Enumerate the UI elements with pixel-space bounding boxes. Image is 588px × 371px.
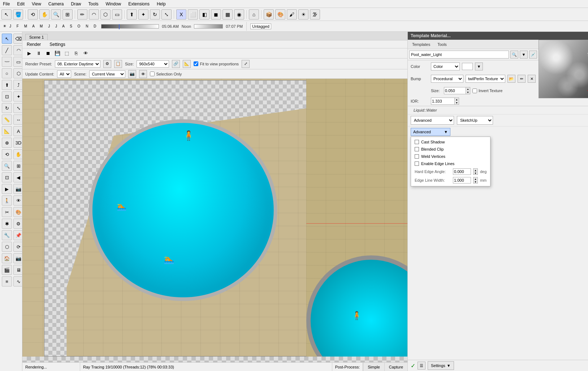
component-icon[interactable]: 📦 [264, 9, 274, 20]
freehand-tool[interactable]: 〰 [2, 57, 12, 67]
menu-window[interactable]: Window [104, 1, 123, 7]
blended-clip-row[interactable]: Blended Clip [411, 146, 490, 153]
pan-left[interactable]: ✋ [13, 149, 22, 159]
render-play-btn[interactable]: ▶ [25, 49, 33, 57]
update-select[interactable]: All [57, 70, 71, 78]
render-region-btn[interactable]: ⬚ [63, 49, 71, 57]
plugin-tool12[interactable]: ∿ [13, 276, 22, 286]
edge-line-down[interactable]: ▼ [474, 180, 477, 183]
menu-draw[interactable]: Draw [70, 1, 83, 7]
draw-line[interactable]: ✏ [77, 9, 87, 20]
offset-tool[interactable]: ⊡ [2, 91, 12, 102]
menu-file[interactable]: File [1, 1, 11, 7]
plugin-tool9[interactable]: 🎬 [2, 265, 12, 275]
bump-load-icon[interactable]: 📂 [507, 75, 515, 83]
simple-btn[interactable]: Simple [363, 363, 384, 371]
arc-tool-left[interactable]: ◠ [13, 45, 22, 55]
orbit-left[interactable]: ⟲ [2, 149, 12, 159]
zoom-ext[interactable]: ⊞ [62, 9, 73, 20]
hard-edge-input[interactable] [453, 168, 471, 175]
push-pull[interactable]: ⬆ [127, 9, 137, 20]
plugin-tool11[interactable]: ≡ [2, 276, 12, 286]
blended-clip-check[interactable] [415, 147, 419, 151]
size-up[interactable]: ▲ [466, 87, 470, 91]
next-view[interactable]: ▶ [2, 184, 12, 194]
noon-slider[interactable] [194, 24, 223, 29]
move-left[interactable]: ✦ [13, 91, 22, 102]
weld-vertices-check[interactable] [415, 154, 419, 159]
search-input[interactable] [409, 51, 509, 59]
plugin-tool5[interactable]: ⬡ [2, 242, 12, 252]
scene-select[interactable]: Current View [89, 70, 125, 78]
wireframe-view[interactable]: ⬜ [188, 9, 198, 20]
enable-edge-lines-check[interactable] [415, 161, 419, 166]
eraser-tool[interactable]: ⌫ [13, 34, 22, 44]
edge-line-up[interactable]: ▲ [474, 177, 477, 180]
plugin-tool1[interactable]: ✱ [2, 219, 12, 229]
circle-tool[interactable]: ○ [2, 68, 12, 78]
select-tool[interactable]: ↖ [1, 9, 12, 20]
tape-tool[interactable]: 📏 [2, 115, 12, 125]
preset-icon2[interactable]: 📋 [114, 60, 122, 68]
plugin-tool8[interactable]: 📷 [13, 253, 22, 263]
rect-tool-left[interactable]: ▭ [13, 57, 22, 67]
menu-help[interactable]: Help [155, 1, 167, 7]
settings-menu[interactable]: Settings [48, 41, 66, 48]
preset-icon1[interactable]: ⚙ [103, 60, 111, 68]
color-dropdown[interactable]: ▼ [475, 62, 483, 70]
fit-checkbox[interactable] [194, 61, 198, 66]
dimension-tool[interactable]: ↔ [13, 115, 22, 125]
cast-shadow-check[interactable] [415, 140, 419, 144]
draw-rect[interactable]: ▭ [112, 9, 122, 20]
size-icon1[interactable]: 🔗 [172, 60, 180, 68]
search-icon[interactable]: 🔍 [510, 51, 518, 59]
zoomwin-tool[interactable]: ⊞ [13, 161, 22, 171]
menu-view[interactable]: View [30, 1, 43, 7]
menu-camera[interactable]: Camera [47, 1, 65, 7]
edge-line-input[interactable] [453, 177, 471, 184]
mono-view[interactable]: ◉ [234, 9, 244, 20]
axes-tool[interactable]: ⊕ [2, 138, 12, 148]
orbit-tool[interactable]: ⟲ [28, 9, 38, 20]
plugin-tool3[interactable]: 🔧 [2, 230, 12, 240]
ior-input[interactable] [431, 98, 454, 105]
hard-edge-down[interactable]: ▼ [474, 172, 477, 174]
scale-left[interactable]: ⤡ [13, 103, 22, 113]
size-icon2[interactable]: 📐 [183, 60, 191, 68]
selection-checkbox[interactable] [150, 72, 155, 76]
render-save-btn[interactable]: 💾 [53, 49, 61, 57]
tab-templates[interactable]: Templates [409, 42, 433, 47]
zoom-left[interactable]: 🔍 [2, 161, 12, 171]
settings-btn[interactable]: Settings ▼ [428, 361, 454, 370]
style-icon[interactable]: 🖌 [287, 9, 297, 20]
draw-arc[interactable]: ◠ [89, 9, 99, 20]
hard-edge-up[interactable]: ▲ [474, 169, 477, 172]
scene-icon[interactable]: 📷 [128, 70, 136, 78]
bump-type-select[interactable]: Procedural [431, 75, 463, 83]
followme-tool[interactable]: ⤴ [13, 80, 22, 90]
cast-shadow-row[interactable]: Cast Shadow [411, 138, 490, 146]
protractor-tool[interactable]: 📐 [2, 126, 12, 136]
line-tool[interactable]: ╱ [2, 45, 12, 55]
preset-select[interactable]: 08. Exterior Daytime [55, 60, 100, 68]
select-tool-left[interactable]: ↖ [2, 34, 12, 44]
menu-extensions[interactable]: Extensions [127, 1, 151, 7]
pushpull-left[interactable]: ⬆ [2, 80, 12, 90]
enable-edge-lines-row[interactable]: Enable Edge Lines [411, 160, 490, 167]
size-input[interactable] [444, 87, 466, 94]
walkaround-tool[interactable]: 🚶 [2, 195, 12, 206]
move-tool[interactable]: ✦ [138, 9, 148, 20]
text-tool[interactable]: A [13, 126, 22, 136]
ior-up[interactable]: ▲ [455, 98, 459, 101]
prev-view[interactable]: ◀ [13, 172, 22, 182]
position-camera[interactable]: 📷 [13, 184, 22, 194]
material-icon[interactable]: 🎨 [275, 9, 285, 20]
invert-checkbox[interactable] [472, 89, 477, 93]
plugin-tool2[interactable]: ⚙ [13, 219, 22, 229]
bump-edit-icon[interactable]: ✏ [518, 75, 526, 83]
shadow-icon[interactable]: ☀ [298, 9, 308, 20]
tab-tools[interactable]: Tools [434, 42, 450, 47]
render-copy-btn[interactable]: ⎘ [72, 49, 80, 57]
search-clear[interactable]: ▼ [520, 51, 528, 59]
weld-vertices-row[interactable]: Weld Vertices [411, 153, 490, 160]
